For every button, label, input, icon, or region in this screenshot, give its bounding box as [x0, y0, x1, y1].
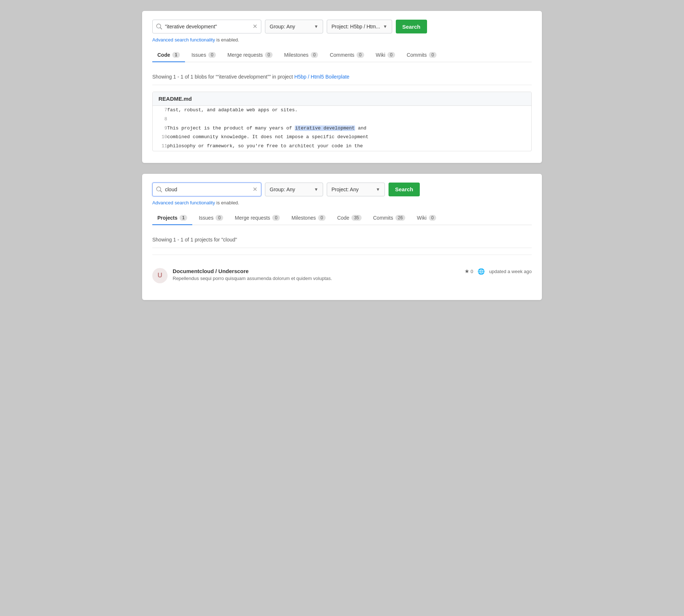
updated-text: updated a week ago	[489, 269, 532, 274]
tab-merge-label-2: Merge requests	[235, 215, 270, 221]
tab-projects-2[interactable]: Projects 1	[152, 212, 192, 225]
panel-1: "iterative development" ✕ Group: Any ▼ P…	[142, 11, 542, 163]
clear-icon-1[interactable]: ✕	[253, 24, 257, 29]
advanced-link-1: Advanced search functionality is enabled…	[152, 37, 532, 43]
tab-wiki-label-2: Wiki	[417, 215, 426, 221]
group-dropdown-caret-2: ▼	[314, 187, 318, 192]
tab-milestones-2[interactable]: Milestones 0	[286, 212, 331, 225]
search-button-2[interactable]: Search	[389, 183, 420, 196]
line-code-10: combined community knowledge. It does no…	[167, 133, 531, 142]
code-line-9: 9 This project is the product of many ye…	[153, 124, 531, 133]
tab-milestones-label-1: Milestones	[284, 52, 309, 58]
tabs-2: Projects 1 Issues 0 Merge requests 0 Mil…	[152, 212, 532, 225]
tab-code-label-2: Code	[337, 215, 349, 221]
tab-issues-1[interactable]: Issues 0	[186, 49, 221, 62]
group-dropdown-2[interactable]: Group: Any ▼	[265, 183, 323, 196]
tab-merge-requests-2[interactable]: Merge requests 0	[230, 212, 285, 225]
tab-merge-badge-2: 0	[272, 215, 280, 221]
project-description: Repellendus sequi porro quisquam assumen…	[173, 276, 459, 281]
tab-commits-label-2: Commits	[373, 215, 393, 221]
project-name[interactable]: Documentcloud / Underscore	[173, 268, 459, 274]
separator	[152, 255, 532, 255]
tabs-1: Code 1 Issues 0 Merge requests 0 Milesto…	[152, 49, 532, 62]
group-dropdown-1[interactable]: Group: Any ▼	[265, 20, 323, 33]
search-icon-2	[156, 187, 162, 192]
tab-merge-badge-1: 0	[265, 52, 273, 58]
tab-issues-2[interactable]: Issues 0	[194, 212, 228, 225]
tab-issues-badge-1: 0	[208, 52, 216, 58]
star-count: 0	[471, 269, 473, 274]
group-dropdown-caret-1: ▼	[314, 24, 318, 29]
tab-milestones-label-2: Milestones	[291, 215, 316, 221]
results-link-1[interactable]: H5bp / Html5 Boilerplate	[294, 74, 350, 80]
line-code-7: fast, robust, and adaptable web apps or …	[167, 106, 531, 115]
tab-code-badge-2: 35	[351, 215, 361, 221]
tab-milestones-1[interactable]: Milestones 0	[279, 49, 323, 62]
project-meta: ★ 0 🌐 updated a week ago	[464, 268, 532, 275]
tab-commits-badge-2: 26	[395, 215, 405, 221]
code-line-10: 10 combined community knowledge. It does…	[153, 133, 531, 142]
advanced-link-anchor-1[interactable]: Advanced search functionality	[152, 37, 215, 43]
group-dropdown-label-1: Group: Any	[270, 24, 295, 29]
tab-wiki-label-1: Wiki	[376, 52, 385, 58]
highlight-iterative: iterative development	[295, 125, 355, 131]
search-input-2[interactable]: cloud	[165, 187, 250, 192]
tab-code-label-1: Code	[157, 52, 170, 58]
project-avatar: U	[152, 268, 168, 283]
project-item: U Documentcloud / Underscore Repellendus…	[152, 261, 532, 288]
project-stars: ★ 0	[464, 268, 473, 275]
results-info-2: Showing 1 - 1 of 1 projects for "cloud"	[152, 232, 532, 248]
line-num-9: 9	[153, 124, 167, 133]
tab-comments-label-1: Comments	[330, 52, 354, 58]
search-input-1[interactable]: "iterative development"	[165, 24, 250, 29]
globe-icon: 🌐	[478, 268, 485, 275]
tab-comments-badge-1: 0	[357, 52, 364, 58]
tab-milestones-badge-1: 0	[311, 52, 318, 58]
search-button-1[interactable]: Search	[396, 20, 427, 33]
tab-wiki-badge-2: 0	[429, 215, 436, 221]
tab-code-2[interactable]: Code 35	[332, 212, 367, 225]
project-dropdown-caret-1: ▼	[383, 24, 387, 29]
search-bar-1: "iterative development" ✕ Group: Any ▼ P…	[152, 20, 532, 33]
line-code-11: philosophy or framework, so you're free …	[167, 142, 531, 151]
search-icon-1	[156, 24, 162, 29]
results-info-1: Showing 1 - 1 of 1 blobs for ““iterative…	[152, 69, 532, 85]
tab-projects-label-2: Projects	[157, 215, 177, 221]
tab-commits-1[interactable]: Commits 0	[402, 49, 442, 62]
search-bar-2: cloud ✕ Group: Any ▼ Project: Any ▼ Sear…	[152, 183, 532, 196]
line-num-11: 11	[153, 142, 167, 151]
code-result-1: README.md 7 fast, robust, and adaptable …	[152, 92, 532, 151]
advanced-link-2: Advanced search functionality is enabled…	[152, 200, 532, 205]
tab-merge-label-1: Merge requests	[228, 52, 263, 58]
line-num-10: 10	[153, 133, 167, 142]
search-input-wrap-2[interactable]: cloud ✕	[152, 183, 261, 196]
tab-wiki-badge-1: 0	[387, 52, 395, 58]
tab-commits-label-1: Commits	[407, 52, 427, 58]
tab-issues-label-1: Issues	[192, 52, 206, 58]
project-dropdown-1[interactable]: Project: H5bp / Htm... ▼	[327, 20, 392, 33]
search-input-wrap-1[interactable]: "iterative development" ✕	[152, 20, 261, 33]
tab-issues-label-2: Issues	[199, 215, 213, 221]
tab-merge-requests-1[interactable]: Merge requests 0	[222, 49, 278, 62]
tab-wiki-1[interactable]: Wiki 0	[371, 49, 400, 62]
project-info: Documentcloud / Underscore Repellendus s…	[173, 268, 459, 281]
tab-milestones-badge-2: 0	[318, 215, 326, 221]
code-line-7: 7 fast, robust, and adaptable web apps o…	[153, 106, 531, 115]
clear-icon-2[interactable]: ✕	[253, 187, 257, 192]
tab-code-1[interactable]: Code 1	[152, 49, 185, 62]
line-code-8	[167, 115, 531, 124]
code-line-8: 8	[153, 115, 531, 124]
tab-commits-badge-1: 0	[429, 52, 436, 58]
tab-comments-1[interactable]: Comments 0	[325, 49, 369, 62]
code-line-11: 11 philosophy or framework, so you're fr…	[153, 142, 531, 151]
project-dropdown-2[interactable]: Project: Any ▼	[327, 183, 385, 196]
tab-commits-2[interactable]: Commits 26	[368, 212, 411, 225]
tab-code-badge-1: 1	[172, 52, 180, 58]
project-dropdown-caret-2: ▼	[376, 187, 380, 192]
group-dropdown-label-2: Group: Any	[270, 187, 295, 192]
code-table: 7 fast, robust, and adaptable web apps o…	[153, 106, 531, 151]
line-num-7: 7	[153, 106, 167, 115]
star-icon: ★	[464, 268, 469, 275]
tab-wiki-2[interactable]: Wiki 0	[412, 212, 441, 225]
advanced-link-anchor-2[interactable]: Advanced search functionality	[152, 200, 215, 205]
